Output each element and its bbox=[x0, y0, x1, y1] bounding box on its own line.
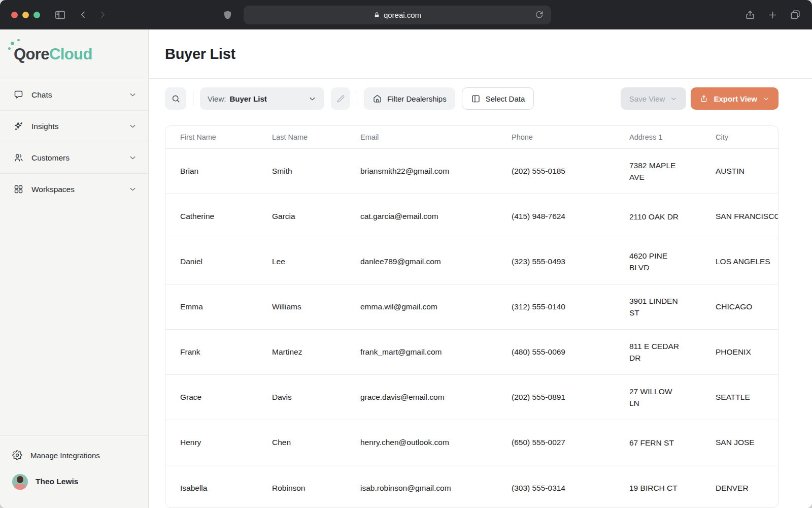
table-cell: Frank bbox=[165, 347, 272, 357]
tab-overview-icon[interactable] bbox=[790, 9, 801, 20]
filter-dealerships-button[interactable]: Filter Dealerships bbox=[364, 87, 455, 110]
table-cell: Grace bbox=[165, 393, 272, 402]
sidebar-item-workspaces[interactable]: Workspaces bbox=[0, 173, 148, 205]
table-cell: (480) 555-0069 bbox=[512, 347, 629, 357]
table-cell: Garcia bbox=[272, 212, 360, 221]
home-icon bbox=[373, 94, 382, 104]
export-icon bbox=[699, 94, 708, 103]
sidebar-item-customers[interactable]: Customers bbox=[0, 142, 148, 173]
zoom-window-button[interactable] bbox=[33, 12, 40, 18]
sidebar-item-insights[interactable]: Insights bbox=[0, 110, 148, 142]
column-header: City bbox=[716, 133, 778, 141]
main-content: Buyer List View: Buyer List Fi bbox=[149, 29, 812, 508]
view-select-label: View: bbox=[208, 94, 226, 103]
table-cell: 27 WILLOW LN bbox=[629, 386, 716, 409]
user-menu[interactable]: Theo Lewis bbox=[12, 468, 137, 495]
table-cell: Henry bbox=[165, 438, 272, 447]
table-cell: (312) 555-0140 bbox=[512, 302, 629, 311]
table-cell: Davis bbox=[272, 393, 360, 402]
export-view-button[interactable]: Export View bbox=[691, 87, 779, 110]
browser-window: qoreai.com Qo bbox=[0, 0, 812, 508]
table-row[interactable]: FrankMartinezfrank_mart@gmail.com(480) 5… bbox=[165, 330, 778, 375]
table-cell: grace.davis@email.com bbox=[360, 393, 512, 402]
forward-icon[interactable] bbox=[97, 10, 108, 20]
column-header: Address 1 bbox=[629, 133, 716, 141]
table-cell: SAN FRANCISCO bbox=[716, 212, 778, 221]
table-cell: 19 BIRCH CT bbox=[629, 482, 716, 494]
minimize-window-button[interactable] bbox=[22, 12, 29, 18]
table-cell: (415) 948-7624 bbox=[512, 212, 629, 221]
edit-view-button[interactable] bbox=[331, 87, 350, 110]
lock-icon bbox=[374, 12, 380, 18]
table-cell: Williams bbox=[272, 302, 360, 311]
grid-icon bbox=[13, 184, 24, 195]
chevron-down-icon bbox=[670, 95, 678, 103]
manage-integrations-button[interactable]: Manage Integrations bbox=[12, 442, 137, 468]
table-row[interactable]: IsabellaRobinsonisab.robinson@gmail.com(… bbox=[165, 465, 778, 508]
table-row[interactable]: DanielLeedanlee789@gmail.com(323) 555-04… bbox=[165, 239, 778, 284]
save-view-label: Save View bbox=[629, 94, 665, 103]
search-icon bbox=[171, 94, 181, 104]
table-cell: Brian bbox=[165, 167, 272, 176]
column-header: Last Name bbox=[272, 133, 360, 141]
url-text: qoreai.com bbox=[384, 11, 421, 19]
back-icon[interactable] bbox=[78, 10, 88, 20]
table-cell: Lee bbox=[272, 257, 360, 266]
table-cell: AUSTIN bbox=[716, 167, 778, 176]
table-row[interactable]: CatherineGarciacat.garcia@email.com(415)… bbox=[165, 194, 778, 239]
sidebar-item-chats[interactable]: Chats bbox=[0, 79, 148, 110]
columns-icon bbox=[471, 94, 481, 104]
table-cell: (323) 555-0493 bbox=[512, 257, 629, 266]
table-row[interactable]: EmmaWilliamsemma.wil@gmail.com(312) 555-… bbox=[165, 284, 778, 330]
select-data-button[interactable]: Select Data bbox=[462, 87, 534, 110]
table-cell: 67 FERN ST bbox=[629, 437, 716, 449]
search-button[interactable] bbox=[165, 87, 186, 110]
sidebar-toggle-icon[interactable] bbox=[54, 9, 66, 21]
new-tab-icon[interactable] bbox=[767, 10, 778, 20]
table-cell: (202) 555-0891 bbox=[512, 393, 629, 402]
share-icon[interactable] bbox=[745, 9, 756, 20]
logo-dot bbox=[8, 47, 11, 50]
view-select-value: Buyer List bbox=[229, 94, 266, 103]
table-cell: briansmith22@gmail.com bbox=[360, 167, 512, 176]
chat-icon bbox=[13, 89, 24, 100]
table-cell: 7382 MAPLE AVE bbox=[629, 160, 716, 183]
logo-text-dark: Qore bbox=[14, 45, 49, 63]
table-cell: CHICAGO bbox=[716, 302, 778, 311]
filter-dealerships-label: Filter Dealerships bbox=[387, 94, 447, 103]
user-name: Theo Lewis bbox=[36, 477, 78, 486]
table-cell: Catherine bbox=[165, 212, 272, 221]
table-cell: Daniel bbox=[165, 257, 272, 266]
table-cell: isab.robinson@gmail.com bbox=[360, 484, 512, 493]
close-window-button[interactable] bbox=[11, 12, 18, 18]
gear-icon bbox=[12, 450, 22, 460]
table-cell: (303) 555-0314 bbox=[512, 484, 629, 493]
table-row[interactable]: HenryChenhenry.chen@outlook.com(650) 555… bbox=[165, 420, 778, 465]
reload-icon[interactable] bbox=[534, 10, 544, 19]
view-select[interactable]: View: Buyer List bbox=[200, 87, 324, 110]
qorecloud-logo[interactable]: QoreCloud bbox=[13, 45, 92, 64]
table-cell: Martinez bbox=[272, 347, 360, 357]
browser-chrome: qoreai.com bbox=[0, 0, 812, 29]
privacy-shield-icon[interactable] bbox=[222, 10, 233, 20]
page-title: Buyer List bbox=[165, 46, 235, 62]
address-bar[interactable]: qoreai.com bbox=[244, 6, 551, 24]
table-cell: Smith bbox=[272, 167, 360, 176]
table-row[interactable]: BrianSmithbriansmith22@gmail.com(202) 55… bbox=[165, 149, 778, 194]
chevron-down-icon bbox=[128, 122, 137, 131]
table-cell: Emma bbox=[165, 302, 272, 311]
chevron-down-icon bbox=[308, 94, 317, 103]
manage-integrations-label: Manage Integrations bbox=[30, 451, 100, 460]
chevron-down-icon bbox=[128, 185, 137, 194]
table-cell: cat.garcia@email.com bbox=[360, 212, 512, 221]
chevron-down-icon bbox=[128, 153, 137, 162]
table-cell: SAN JOSE bbox=[716, 438, 778, 447]
sidebar: QoreCloud Chats Insights Customers Work bbox=[0, 29, 149, 508]
toolbar-divider bbox=[193, 92, 193, 105]
logo-dot bbox=[11, 42, 14, 45]
sidebar-item-label: Workspaces bbox=[31, 185, 75, 194]
save-view-button[interactable]: Save View bbox=[621, 87, 687, 110]
export-view-label: Export View bbox=[714, 94, 757, 103]
logo-dot bbox=[17, 39, 20, 42]
table-row[interactable]: GraceDavisgrace.davis@email.com(202) 555… bbox=[165, 375, 778, 420]
